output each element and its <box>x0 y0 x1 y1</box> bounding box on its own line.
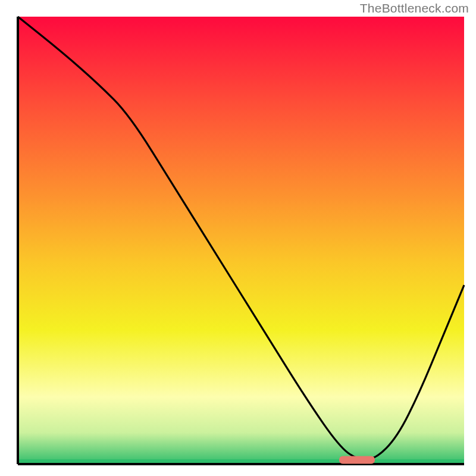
plot-background <box>18 17 464 464</box>
optimal-marker <box>339 456 375 464</box>
bottleneck-chart <box>0 0 476 476</box>
watermark-label: TheBottleneck.com <box>360 1 469 15</box>
